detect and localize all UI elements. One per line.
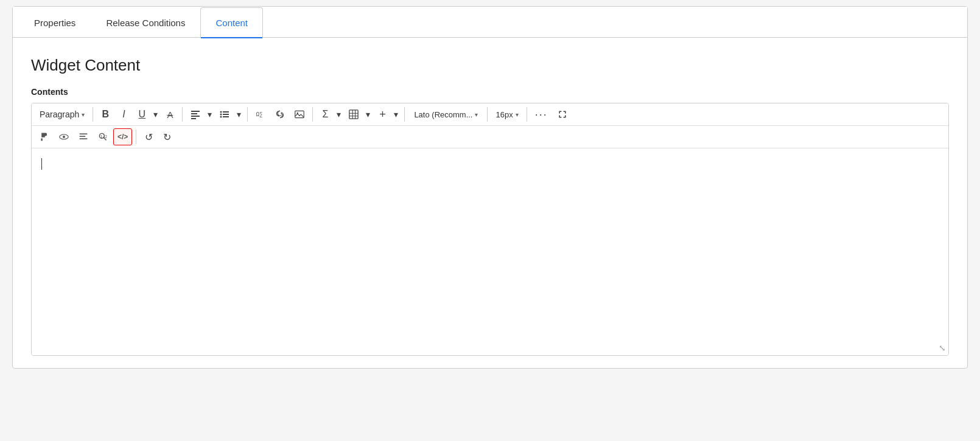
rich-text-editor: Paragraph ▾ B I U ▾ A xyxy=(31,103,949,356)
undo-button[interactable]: ↺ xyxy=(140,128,157,145)
tab-release-conditions[interactable]: Release Conditions xyxy=(91,7,200,38)
indent-button[interactable] xyxy=(74,128,93,145)
code-view-button[interactable]: </> xyxy=(113,128,132,145)
insert-chevron-icon: ▾ xyxy=(394,109,398,119)
editor-content-area[interactable] xyxy=(32,148,948,355)
svg-point-8 xyxy=(220,116,222,118)
separator-2 xyxy=(182,107,183,122)
tab-content[interactable]: Content xyxy=(200,7,263,38)
font-size-label: 16px xyxy=(495,110,513,119)
main-container: Properties Release Conditions Content Wi… xyxy=(12,6,968,369)
image-button[interactable] xyxy=(290,106,309,123)
svg-rect-22 xyxy=(80,138,88,139)
font-family-label: Lato (Recomm... xyxy=(414,110,472,119)
toolbar-row-2: 1↔2 </> ↺ ↻ xyxy=(32,126,948,148)
list-dropdown[interactable]: ▾ xyxy=(234,106,243,123)
more-options-button[interactable]: ··· xyxy=(531,106,552,123)
fullscreen-button[interactable] xyxy=(553,106,572,123)
svg-rect-5 xyxy=(223,111,229,113)
separator-7 xyxy=(527,107,527,122)
underline-button[interactable]: U xyxy=(133,106,150,123)
align-group: ▾ xyxy=(186,106,214,123)
align-button[interactable] xyxy=(186,106,205,123)
link-button[interactable] xyxy=(271,106,289,123)
redo-button[interactable]: ↻ xyxy=(158,128,175,145)
underline-group: U ▾ xyxy=(133,106,160,123)
svg-point-6 xyxy=(220,114,222,116)
paragraph-chevron-icon: ▾ xyxy=(82,111,85,118)
preview-button[interactable] xyxy=(55,128,73,145)
font-family-dropdown[interactable]: Lato (Recomm... ▾ xyxy=(408,106,483,123)
strikethrough-button[interactable]: A xyxy=(161,106,178,123)
separator-6 xyxy=(487,107,488,122)
align-chevron-icon: ▾ xyxy=(208,109,212,119)
italic-button[interactable]: I xyxy=(115,106,132,123)
table-group: ▾ xyxy=(345,106,373,123)
tab-bar: Properties Release Conditions Content xyxy=(13,7,967,38)
resize-handle-icon[interactable]: ⤡ xyxy=(939,343,946,353)
formula-group: Σ ▾ xyxy=(317,106,343,123)
formula-chevron-icon: ▾ xyxy=(337,109,341,119)
svg-rect-13 xyxy=(349,110,358,119)
svg-rect-0 xyxy=(191,111,200,112)
page-title: Widget Content xyxy=(31,56,949,75)
special-chars-button[interactable]: Ω∑ xyxy=(251,106,270,123)
table-chevron-icon: ▾ xyxy=(366,109,370,119)
table-button[interactable] xyxy=(345,106,363,123)
svg-text:1↔2: 1↔2 xyxy=(100,134,108,139)
insert-group: + ▾ xyxy=(374,106,401,123)
font-family-chevron-icon: ▾ xyxy=(475,111,478,118)
svg-rect-11 xyxy=(295,111,304,117)
underline-dropdown[interactable]: ▾ xyxy=(150,106,160,123)
tab-properties[interactable]: Properties xyxy=(19,7,91,38)
underline-chevron-icon: ▾ xyxy=(153,109,158,119)
svg-rect-21 xyxy=(80,136,86,137)
svg-rect-7 xyxy=(223,114,229,115)
svg-rect-2 xyxy=(191,116,200,117)
paragraph-label: Paragraph xyxy=(40,109,79,119)
align-dropdown[interactable]: ▾ xyxy=(205,106,214,123)
content-area: Widget Content Contents Paragraph ▾ B I … xyxy=(13,38,967,368)
cursor xyxy=(41,158,42,170)
svg-point-4 xyxy=(220,111,222,113)
list-button[interactable] xyxy=(215,106,234,123)
separator-3 xyxy=(247,107,248,122)
format-paint-button[interactable] xyxy=(35,128,54,145)
separator-5 xyxy=(404,107,405,122)
list-chevron-icon: ▾ xyxy=(237,109,241,119)
svg-rect-20 xyxy=(80,133,88,134)
svg-rect-3 xyxy=(191,118,196,119)
svg-rect-1 xyxy=(191,113,197,114)
font-size-dropdown[interactable]: 16px ▾ xyxy=(491,106,522,123)
svg-text:Ω∑: Ω∑ xyxy=(256,111,263,117)
formula-dropdown[interactable]: ▾ xyxy=(334,106,343,123)
separator-row2-1 xyxy=(136,130,136,144)
editor-wrapper: ⤡ xyxy=(32,148,948,355)
paragraph-dropdown[interactable]: Paragraph ▾ xyxy=(35,106,89,123)
separator-1 xyxy=(93,107,93,122)
svg-rect-9 xyxy=(223,116,229,117)
formula-button[interactable]: Σ xyxy=(317,106,334,123)
bold-button[interactable]: B xyxy=(97,106,114,123)
toolbar-row-1: Paragraph ▾ B I U ▾ A xyxy=(32,103,948,126)
table-dropdown[interactable]: ▾ xyxy=(363,106,373,123)
svg-point-19 xyxy=(63,136,65,138)
contents-label: Contents xyxy=(31,87,949,97)
list-group: ▾ xyxy=(215,106,243,123)
separator-4 xyxy=(312,107,313,122)
insert-button[interactable]: + xyxy=(374,106,391,123)
find-button[interactable]: 1↔2 xyxy=(94,128,112,145)
insert-dropdown[interactable]: ▾ xyxy=(391,106,401,123)
font-size-chevron-icon: ▾ xyxy=(516,111,519,118)
